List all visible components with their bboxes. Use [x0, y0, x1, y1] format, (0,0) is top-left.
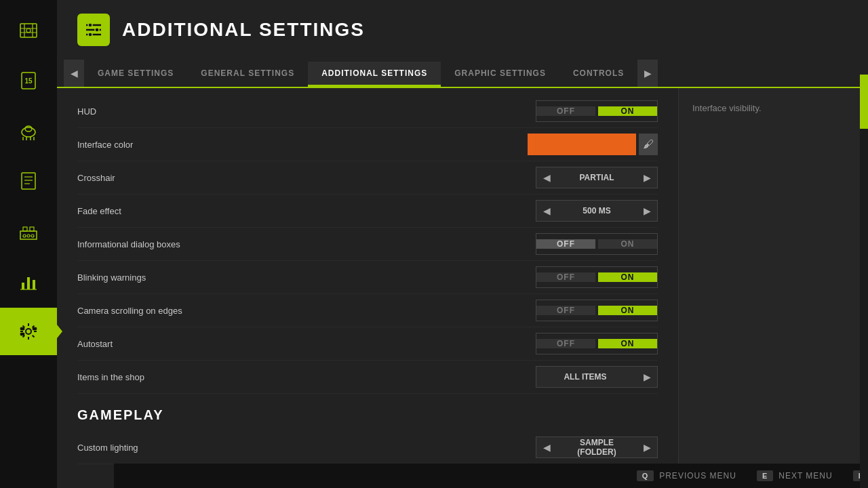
fade-selector: ◀ 500 MS ▶ — [536, 200, 658, 222]
tab-game-settings[interactable]: GAME SETTINGS — [84, 62, 187, 87]
color-control: 🖌 — [528, 134, 658, 155]
settings-panel: HUD OFF ON Interface color 🖌 Crosshair ◀ — [57, 88, 678, 471]
items-shop-next-button[interactable]: ▶ — [637, 366, 657, 388]
crosshair-next-button[interactable]: ▶ — [637, 167, 657, 188]
setting-row-items-shop: Items in the shop ALL ITEMS ▶ — [77, 361, 658, 394]
settings-icon — [16, 319, 41, 344]
hud-toggle: OFF ON — [536, 100, 658, 122]
svg-point-33 — [88, 33, 92, 37]
camera-scrolling-toggle: OFF ON — [536, 300, 658, 321]
sidebar-item-tasks[interactable] — [0, 157, 57, 205]
prev-menu-label: PREVIOUS MENU — [659, 471, 736, 481]
svg-rect-0 — [20, 24, 37, 37]
svg-rect-10 — [22, 173, 35, 189]
svg-point-18 — [27, 235, 30, 237]
info-dialogs-off-button[interactable]: OFF — [536, 239, 595, 249]
autostart-on-button[interactable]: ON — [598, 339, 657, 348]
tab-next-button[interactable]: ▶ — [637, 60, 658, 87]
info-dialogs-toggle: OFF ON — [536, 233, 658, 255]
scroll-track — [860, 75, 868, 488]
svg-point-1 — [26, 28, 31, 33]
tab-general-settings[interactable]: GENERAL SETTINGS — [187, 62, 308, 87]
hud-off-button[interactable]: OFF — [536, 106, 595, 116]
info-panel: Interface visibility. — [678, 88, 868, 471]
setting-row-camera-scrolling: Camera scrolling on edges OFF ON — [77, 294, 658, 327]
sidebar: 15 — [0, 0, 57, 488]
custom-lighting-prev-button[interactable]: ◀ — [536, 436, 557, 458]
color-picker-button[interactable]: 🖌 — [639, 134, 658, 155]
svg-rect-14 — [20, 231, 37, 239]
info-text: Interface visibility. — [692, 102, 854, 115]
autostart-off-button[interactable]: OFF — [536, 339, 595, 348]
fade-value: 500 MS — [559, 206, 634, 216]
crosshair-prev-button[interactable]: ◀ — [536, 167, 557, 188]
setting-label-hud: HUD — [77, 106, 536, 117]
autostart-toggle: OFF ON — [536, 333, 658, 354]
setting-label-custom-lighting: Custom lighting — [77, 443, 536, 453]
fade-next-button[interactable]: ▶ — [637, 200, 657, 222]
scroll-thumb[interactable] — [860, 75, 868, 129]
sidebar-item-factory[interactable] — [0, 207, 57, 255]
svg-rect-16 — [30, 227, 34, 231]
sidebar-item-map[interactable] — [0, 7, 57, 54]
blinking-off-button[interactable]: OFF — [536, 272, 595, 282]
setting-row-hud: HUD OFF ON — [77, 95, 658, 128]
svg-rect-15 — [23, 227, 27, 231]
tasks-icon — [16, 168, 41, 194]
svg-rect-26 — [20, 333, 24, 336]
tab-bar: ◀ GAME SETTINGS GENERAL SETTINGS ADDITIO… — [57, 60, 868, 88]
camera-scrolling-on-button[interactable]: ON — [598, 306, 657, 315]
setting-row-info-dialogs: Informational dialog boxes OFF ON — [77, 228, 658, 261]
hud-on-button[interactable]: ON — [598, 106, 657, 116]
stats-icon — [16, 268, 41, 294]
svg-text:15: 15 — [24, 77, 33, 85]
sidebar-item-animals[interactable] — [0, 107, 57, 155]
animals-icon — [16, 118, 41, 144]
setting-row-autostart: Autostart OFF ON — [77, 327, 658, 361]
next-menu-key: E — [757, 470, 773, 481]
crosshair-value: PARTIAL — [559, 173, 634, 182]
prev-menu-key: Q — [637, 470, 654, 481]
custom-lighting-next-button[interactable]: ▶ — [637, 436, 657, 458]
items-shop-value: ALL ITEMS — [536, 372, 634, 382]
custom-lighting-value: SAMPLE (FOLDER) — [559, 438, 634, 457]
tab-controls[interactable]: CONTROLS — [559, 62, 637, 87]
svg-point-19 — [31, 235, 34, 237]
svg-point-5 — [25, 126, 32, 131]
setting-row-interface-color: Interface color 🖌 — [77, 128, 658, 161]
info-dialogs-on-button[interactable]: ON — [598, 239, 657, 249]
bottom-action-prev: Q PREVIOUS MENU — [637, 470, 736, 481]
sidebar-item-stats[interactable] — [0, 258, 57, 305]
page-title: ADDITIONAL SETTINGS — [122, 19, 365, 41]
setting-row-fade: Fade effect ◀ 500 MS ▶ — [77, 195, 658, 228]
crosshair-selector: ◀ PARTIAL ▶ — [536, 167, 658, 188]
setting-label-blinking: Blinking warnings — [77, 272, 536, 283]
setting-label-camera-scrolling: Camera scrolling on edges — [77, 306, 536, 316]
factory-icon — [16, 218, 41, 244]
sidebar-item-settings[interactable] — [0, 308, 57, 355]
svg-rect-27 — [33, 327, 37, 330]
items-shop-selector: ALL ITEMS ▶ — [536, 366, 658, 388]
map-icon — [16, 18, 41, 43]
camera-scrolling-off-button[interactable]: OFF — [536, 306, 595, 315]
setting-row-custom-lighting: Custom lighting ◀ SAMPLE (FOLDER) ▶ — [77, 431, 658, 464]
svg-point-32 — [95, 28, 99, 32]
setting-label-autostart: Autostart — [77, 339, 536, 349]
bottom-bar: Q PREVIOUS MENU E NEXT MENU ESC BACK — [114, 464, 868, 488]
blinking-on-button[interactable]: ON — [598, 272, 657, 282]
svg-point-4 — [22, 127, 35, 137]
blinking-toggle: OFF ON — [536, 266, 658, 288]
fade-prev-button[interactable]: ◀ — [536, 200, 557, 222]
setting-label-items-shop: Items in the shop — [77, 372, 536, 382]
tab-graphic-settings[interactable]: GRAPHIC SETTINGS — [441, 62, 559, 87]
bottom-action-next: E NEXT MENU — [757, 470, 833, 481]
svg-point-31 — [88, 23, 92, 27]
color-preview[interactable] — [528, 134, 636, 155]
header-icon — [77, 14, 110, 46]
next-menu-label: NEXT MENU — [778, 471, 832, 481]
setting-label-info-dialogs: Informational dialog boxes — [77, 239, 536, 249]
main-content: ADDITIONAL SETTINGS ◀ GAME SETTINGS GENE… — [57, 0, 868, 488]
sidebar-item-timer[interactable]: 15 — [0, 57, 57, 104]
tab-prev-button[interactable]: ◀ — [64, 60, 84, 87]
tab-additional-settings[interactable]: ADDITIONAL SETTINGS — [308, 62, 441, 87]
